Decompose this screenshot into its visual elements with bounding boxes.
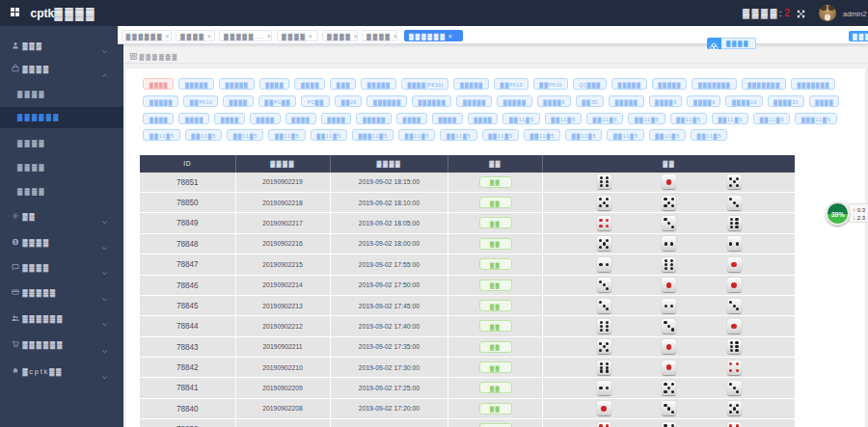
svg-text:$: $ bbox=[14, 239, 16, 245]
